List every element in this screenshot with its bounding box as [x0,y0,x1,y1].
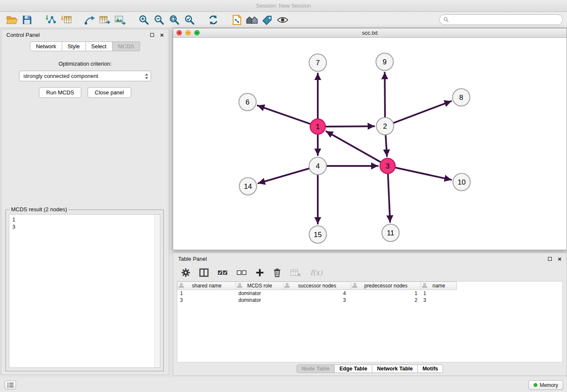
svg-text:14: 14 [244,182,252,190]
close-panel-icon[interactable]: × [160,32,164,38]
edge-3-11[interactable] [388,174,390,222]
edge-1-2[interactable] [326,126,374,127]
export-image-button[interactable] [113,13,128,27]
edge-3-1[interactable] [326,131,380,162]
open-button[interactable] [4,13,19,27]
fx-icon: f(x) [310,268,322,277]
tab-mcds[interactable]: MCDS [113,41,140,51]
graph-node-1[interactable]: 1 [310,119,325,134]
graph-node-8[interactable]: 8 [453,89,470,106]
cell-predecessor-nodes[interactable]: 1 [351,290,421,297]
deselect-all-button[interactable] [237,269,247,276]
mcds-result-area[interactable]: 13 [9,214,160,368]
graph-node-9[interactable]: 9 [376,53,394,71]
zoom-selected-button[interactable] [182,13,197,27]
table-row[interactable]: 1dominator411 [178,290,563,297]
column-header-shared-name[interactable]: shared name [178,282,236,290]
zoom-in-button[interactable] [136,13,151,27]
table-panel: Table Panel × [173,253,567,376]
result-scrollbar[interactable] [154,215,160,367]
control-panel: Control Panel × NetworkStyleSelectMCDS O… [1,29,169,375]
table-row[interactable]: 3dominator323 [178,297,563,304]
delete-table-button[interactable] [290,268,301,277]
tab-network[interactable]: Network [30,41,62,51]
network-canvas[interactable]: 7968124314101511 [173,38,567,250]
graph-node-10[interactable]: 10 [453,174,471,191]
select-all-button[interactable] [217,269,228,276]
tab-select[interactable]: Select [86,41,113,51]
cell-MCDS-role[interactable]: dominator [236,290,284,297]
cell-shared-name[interactable]: 1 [178,290,236,297]
import-table-button[interactable] [58,13,74,27]
graph-node-11[interactable]: 11 [382,224,399,242]
svg-text:3: 3 [385,162,389,170]
search-input[interactable] [451,17,559,23]
cell-predecessor-nodes[interactable]: 2 [351,297,421,304]
save-button[interactable] [19,13,35,27]
attribute-type-icon [352,283,357,288]
memory-label: Memory [540,382,558,388]
add-column-button[interactable] [256,268,264,277]
export-table-button[interactable] [97,13,113,27]
float-table-panel-icon[interactable] [548,257,552,261]
edge-2-3[interactable] [385,135,387,157]
table-toolbar: f(x) [173,264,567,281]
cell-shared-name[interactable]: 3 [178,297,236,304]
table-options-button[interactable] [181,268,190,277]
refresh-button[interactable] [206,13,221,27]
cell-MCDS-role[interactable]: dominator [236,297,284,304]
edge-4-14[interactable] [259,168,309,183]
graph-node-2[interactable]: 2 [377,118,394,135]
run-mcds-button[interactable]: Run MCDS [39,87,81,98]
edge-2-8[interactable] [394,101,451,123]
column-header-name[interactable]: name [421,282,457,290]
edge-1-6[interactable] [258,105,310,124]
graph-node-3[interactable]: 3 [380,158,395,174]
cell-name[interactable]: 1 [421,290,457,297]
minimize-window-button[interactable]: − [185,30,191,36]
zoom-in-icon [138,14,149,25]
column-header-MCDS-role[interactable]: MCDS role [236,282,284,290]
delete-column-button[interactable] [273,268,281,277]
zoom-out-button[interactable] [151,13,167,27]
edge-2-9[interactable] [385,73,385,117]
table-tab-network-table[interactable]: Network Table [372,364,418,373]
overview-button[interactable] [245,13,260,27]
table-tab-motifs[interactable]: Motifs [418,364,443,373]
graph-node-4[interactable]: 4 [309,157,327,175]
cell-successor-nodes[interactable]: 4 [284,290,351,297]
graph-node-15[interactable]: 15 [309,226,327,243]
graph-node-14[interactable]: 14 [239,178,257,195]
show-columns-button[interactable] [199,268,209,277]
search-box[interactable] [439,14,563,25]
export-network-button[interactable] [82,13,97,27]
maximize-window-button[interactable]: + [194,30,200,36]
network-window-titlebar[interactable]: × − + scc.txt [173,28,567,38]
network-document-icon [232,14,242,25]
close-window-button[interactable]: × [176,30,182,36]
network-clipboard-button[interactable] [229,13,245,27]
graph-node-7[interactable]: 7 [309,54,327,72]
zoom-fit-button[interactable] [167,13,182,27]
criterion-dropdown[interactable]: strongly connected component [19,71,151,81]
cell-name[interactable]: 3 [421,297,457,304]
show-graphics-button[interactable] [275,13,290,27]
float-panel-icon[interactable] [150,33,154,37]
network-graph[interactable]: 7968124314101511 [173,38,567,251]
graph-node-6[interactable]: 6 [239,94,256,111]
style-button[interactable] [260,13,275,27]
task-history-button[interactable] [5,381,16,389]
column-header-predecessor-nodes[interactable]: predecessor nodes [351,282,421,290]
edge-3-10[interactable] [396,168,451,180]
import-network-button[interactable] [43,13,58,27]
function-builder-button[interactable]: f(x) [310,268,322,277]
cell-successor-nodes[interactable]: 3 [284,297,351,304]
table-tab-edge-table[interactable]: Edge Table [335,364,372,373]
result-line: 1 [12,216,157,223]
tab-style[interactable]: Style [62,41,86,51]
column-header-successor-nodes[interactable]: successor nodes [284,282,351,290]
close-table-panel-icon[interactable]: × [558,256,561,262]
table-tab-node-table[interactable]: Node Table [297,364,335,373]
close-panel-button[interactable]: Close panel [88,87,131,98]
memory-button[interactable]: Memory [528,380,563,390]
